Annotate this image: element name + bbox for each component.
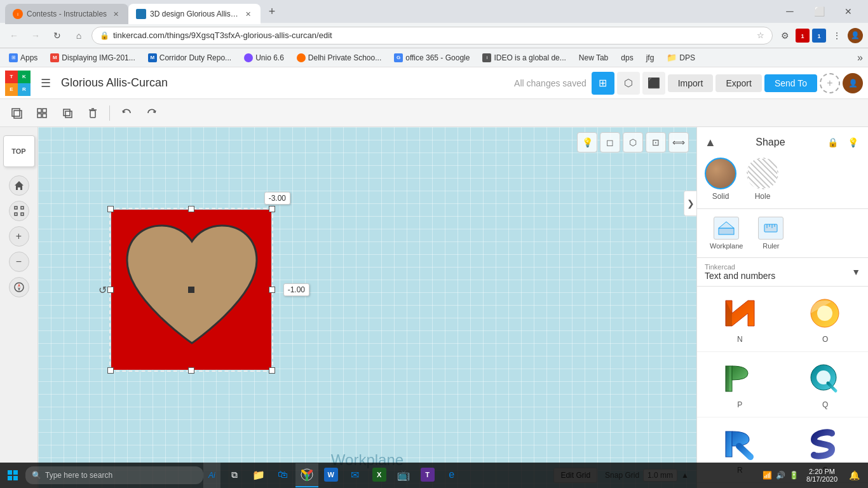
ruler-button[interactable]: Ruler [753,214,789,252]
home-button[interactable]: ⌂ [70,27,88,44]
bookmark-newtab[interactable]: New Tab [575,52,612,64]
taskbar-right: 📶 🔊 🔋 2:20 PM 8/17/2020 🔔 [763,463,868,488]
window-maximize[interactable]: ⬜ [804,1,834,22]
tinkercad-logo[interactable]: T K E R [5,71,31,96]
undo-btn[interactable] [115,102,138,125]
zoom-out-btn[interactable]: − [9,252,29,272]
bookmark-jfg[interactable]: jfg [642,52,658,64]
rotate-handle[interactable]: ↺ [98,284,107,296]
tc-network-view-btn[interactable]: ⬡ [617,72,640,95]
bookmark-gmail[interactable]: M Displaying IMG-201... [46,52,139,64]
forward-button[interactable]: → [27,27,44,44]
notification-center-btn[interactable]: 🔔 [845,463,863,488]
shape-item-N[interactable]: N [697,287,783,352]
taskbar-word[interactable]: W [320,463,342,487]
bookmark-ideo[interactable]: i IDEO is a global de... [478,52,569,64]
shape-Q-label: Q [822,400,828,409]
bookmark-dps-folder[interactable]: 📁 DPS [663,51,699,64]
shape-item-O[interactable]: O [783,287,869,352]
view-cube[interactable]: TOP [0,132,38,170]
shape-light-btn[interactable]: 💡 [845,135,860,150]
hole-shape-option[interactable]: Hole [747,158,778,201]
taskbar-store[interactable]: 🛍 [271,463,294,487]
taskbar-chrome[interactable] [295,463,318,487]
heart-object-container[interactable]: -3.00 -1.00 ↺ [111,210,271,370]
send-to-button[interactable]: Send To [764,74,817,92]
extensions-btn[interactable]: ⚙ [776,27,793,44]
canvas-select-btn[interactable]: ◻ [600,132,620,152]
home-view-btn[interactable] [9,175,29,196]
canvas-area[interactable]: 💡 ◻ ⬡ ⊡ ⟺ [38,127,696,488]
taskbar-mail[interactable]: ✉ [344,463,367,487]
profile-picture[interactable]: 👤 [848,28,863,43]
address-url: tinkercad.com/things/9XgsqT3sfxA-gloriou… [113,30,753,40]
shape-3d-Q [803,360,848,398]
taskbar-search-bar[interactable]: 🔍 Type here to search [25,466,203,484]
shape-item-Q[interactable]: Q [783,352,869,417]
zoom-in-btn[interactable]: + [9,226,29,247]
start-button[interactable] [0,463,25,488]
tab-contests[interactable]: i Contests - Instructables ✕ [5,4,128,24]
panel-toggle-btn[interactable]: ❯ [684,191,696,216]
tab-tinkercad[interactable]: 3D design Glorious Allis-Curcan ✕ [128,4,261,24]
shape-title: Shape [756,137,785,148]
window-minimize[interactable]: ─ [775,1,804,22]
back-button[interactable]: ← [5,27,23,44]
bookmark-unio[interactable]: Unio 6.6 [240,52,288,64]
group-btn[interactable] [31,102,53,125]
taskbar-teams[interactable]: T [416,463,439,487]
settings-icon[interactable]: ⋮ [829,27,845,44]
user-avatar[interactable]: 👤 [843,73,863,93]
bookmark-apps[interactable]: ⊞ Apps [5,52,41,64]
import-button[interactable]: Import [668,74,714,92]
duplicate-btn[interactable] [56,102,79,125]
tv-icon: 📺 [397,468,410,482]
workplane-button[interactable]: Workplane [705,214,748,252]
tc-share-view-btn[interactable]: ⬛ [642,72,665,95]
tab-close-contests[interactable]: ✕ [111,9,121,19]
solid-shape-option[interactable]: Solid [705,158,736,201]
tc-menu-button[interactable]: ☰ [36,74,56,93]
toolbar-separator-1 [109,105,110,121]
address-bar[interactable]: 🔒 tinkercad.com/things/9XgsqT3sfxA-glori… [92,27,773,44]
bookmark-corridor[interactable]: M Corridor Duty Repo... [144,52,235,64]
bookmark-office365[interactable]: G office 365 - Google [390,52,473,64]
new-tab-button[interactable]: + [263,3,281,20]
extension-blue[interactable]: 1 [812,29,826,43]
system-clock[interactable]: 2:20 PM 8/17/2020 [801,468,843,483]
taskbar-taskview[interactable]: ⧉ [223,463,246,487]
bookmark-dps[interactable]: dps [617,52,637,64]
bookmark-delhi[interactable]: Delhi Private Schoo... [293,52,385,64]
reload-button[interactable]: ↻ [48,27,66,44]
tab-close-tinkercad[interactable]: ✕ [243,9,253,19]
shape-lock-btn[interactable]: 🔒 [825,135,840,150]
taskbar-explorer[interactable]: 📁 [247,463,270,487]
canvas-magnet-btn[interactable]: ⬡ [623,132,643,152]
taskbar-edge[interactable]: e [440,463,463,487]
tc-grid-view-btn[interactable]: ⊞ [592,72,614,95]
extension-red[interactable]: 1 [796,29,810,43]
taskbar-tv[interactable]: 📺 [392,463,415,487]
window-close[interactable]: ✕ [834,1,863,22]
shape-collapse-btn[interactable]: ▲ [705,136,716,149]
cortana-button[interactable]: Ai [203,463,220,488]
compass-btn[interactable] [9,277,29,297]
bookmarks-more-button[interactable]: » [857,52,863,64]
library-dropdown-arrow[interactable]: ▼ [851,267,860,277]
redo-btn[interactable] [140,102,163,125]
export-button[interactable]: Export [715,74,761,92]
browser-chrome: i Contests - Instructables ✕ 3D design G… [0,0,868,67]
star-icon[interactable]: ☆ [757,30,764,40]
canvas-light-btn[interactable]: 💡 [577,132,597,152]
browser-right-icons: ⚙ 1 1 ⋮ 👤 [776,27,863,44]
bookmark-dps-label: dps [621,53,633,62]
delete-btn[interactable] [81,102,104,125]
canvas-mirror-btn[interactable]: ⟺ [668,132,689,152]
add-user-button[interactable]: + [820,73,840,93]
canvas-align-btn[interactable]: ⊡ [646,132,666,152]
shape-item-P[interactable]: P [697,352,783,417]
copy-to-workplane-btn[interactable] [5,102,28,125]
taskbar-excel[interactable]: X [368,463,391,487]
fit-view-btn[interactable] [9,201,29,221]
solid-label: Solid [712,192,729,201]
